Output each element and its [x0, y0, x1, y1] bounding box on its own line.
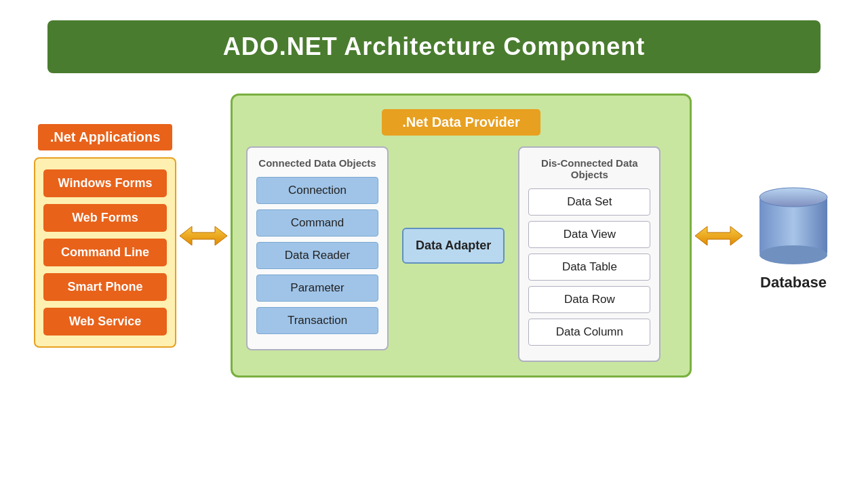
- app-item-windows-forms: Windows Forms: [43, 169, 167, 197]
- disconnected-label: Dis-Connected Data Objects: [528, 157, 651, 180]
- app-item-web-forms: Web Forms: [43, 204, 167, 232]
- connected-label: Connected Data Objects: [258, 157, 376, 169]
- disconnected-data-objects-box: Dis-Connected Data Objects Data Set Data…: [518, 146, 660, 362]
- page-title: ADO.NET Architecture Component: [47, 33, 821, 61]
- right-arrow-container: [692, 224, 746, 248]
- database-label: Database: [760, 274, 827, 291]
- connected-item-parameter: Parameter: [256, 274, 378, 302]
- app-item-smart-phone: Smart Phone: [43, 273, 167, 301]
- disconnected-item-datatable: Data Table: [528, 253, 650, 281]
- connected-item-connection: Connection: [256, 177, 378, 204]
- disconnected-item-dataset: Data Set: [528, 188, 650, 216]
- connected-item-command: Command: [256, 209, 378, 237]
- svg-marker-1: [695, 226, 743, 245]
- net-data-provider-label: .Net Data Provider: [382, 109, 540, 136]
- disconnected-item-datacolumn: Data Column: [528, 319, 650, 346]
- data-adapter-box: Data Adapter: [402, 228, 505, 264]
- connected-data-objects-box: Connected Data Objects Connection Comman…: [246, 146, 389, 350]
- net-apps-label: .Net Applications: [38, 124, 173, 150]
- disconnected-item-dataview: Data View: [528, 221, 650, 248]
- right-double-arrow: [695, 224, 743, 248]
- database-cylinder-icon: [753, 180, 834, 268]
- svg-point-4: [760, 188, 827, 207]
- diagram-area: .Net Applications Windows Forms Web Form…: [34, 94, 834, 378]
- left-arrow-container: [176, 224, 231, 248]
- left-panel: .Net Applications Windows Forms Web Form…: [34, 124, 176, 348]
- connected-item-data-reader: Data Reader: [256, 242, 378, 269]
- app-item-command-line: Command Line: [43, 239, 167, 266]
- left-double-arrow: [180, 224, 227, 248]
- svg-marker-0: [180, 226, 227, 245]
- app-item-web-service: Web Service: [43, 308, 167, 336]
- svg-point-3: [760, 245, 827, 264]
- data-adapter-area: Data Adapter: [402, 146, 505, 264]
- left-box: Windows Forms Web Forms Command Line Sma…: [34, 157, 176, 348]
- inner-row: Connected Data Objects Connection Comman…: [246, 146, 676, 362]
- main-green-box: .Net Data Provider Connected Data Object…: [231, 94, 692, 378]
- database-area: Database: [753, 180, 834, 291]
- header-bar: ADO.NET Architecture Component: [47, 20, 821, 73]
- disconnected-item-datarow: Data Row: [528, 286, 650, 313]
- connected-item-transaction: Transaction: [256, 307, 378, 334]
